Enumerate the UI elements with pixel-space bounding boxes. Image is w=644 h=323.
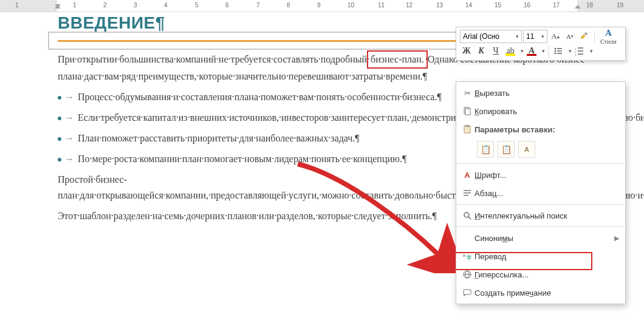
font-family-combo[interactable]: Arial (Осно▾ — [460, 30, 522, 43]
svg-rect-26 — [464, 290, 471, 294]
svg-point-0 — [555, 48, 557, 50]
decrease-font-button[interactable]: A▾ — [563, 30, 577, 43]
bold-button[interactable]: Ж — [460, 44, 473, 58]
font-dialog-icon: A — [460, 171, 474, 180]
bullet-text: По·мере·роста·компании·план·помогает·нов… — [78, 151, 406, 167]
paste-merge-formatting[interactable]: 📋 — [498, 141, 515, 158]
tab-arrow-icon: → — [64, 151, 74, 167]
italic-button[interactable]: К — [474, 44, 488, 58]
ruler-number: 10 — [348, 2, 354, 8]
svg-text:字: 字 — [467, 254, 471, 260]
horizontal-ruler[interactable]: 112345678910111213141516171819 — [0, 0, 644, 12]
chevron-down-icon: ▾ — [541, 33, 544, 39]
ruler-number: 19 — [617, 2, 623, 8]
ruler-number: 8 — [287, 2, 290, 8]
ctx-paragraph[interactable]: Абзац... — [456, 184, 625, 202]
ruler-number: 4 — [164, 2, 168, 8]
svg-point-19 — [464, 212, 469, 217]
clipboard-icon — [460, 124, 474, 134]
bullet-text: План·поможет·расставить·приоритеты·для·н… — [78, 131, 360, 146]
svg-point-4 — [555, 53, 557, 55]
ctx-copy-label: опировать — [479, 107, 517, 116]
increase-font-button[interactable]: A▴ — [549, 30, 562, 43]
ctx-paste-header: Параметры вставки: — [456, 120, 625, 138]
chevron-down-icon[interactable]: ▾ — [590, 48, 593, 54]
svg-rect-3 — [557, 50, 562, 52]
ruler-number: 13 — [436, 2, 443, 8]
ruler-number: 12 — [406, 2, 413, 8]
svg-rect-13 — [465, 109, 470, 115]
bullet-dot-icon — [58, 117, 61, 120]
selected-text[interactable]: бизнес-план. — [367, 50, 428, 69]
comment-icon — [460, 288, 474, 298]
ctx-smart-label: нтеллектуальный поиск — [480, 211, 567, 220]
ctx-hyperlink[interactable]: Гиперссылка... — [456, 265, 625, 284]
ctx-new-comment[interactable]: Создать примечание — [456, 284, 625, 302]
ruler-number: 11 — [378, 2, 385, 8]
numbering-button[interactable]: 123 — [573, 44, 586, 58]
font-color-button[interactable]: A — [525, 44, 538, 58]
svg-text:3: 3 — [575, 53, 577, 56]
ctx-paste-label: Параметры вставки: — [474, 125, 619, 134]
bullets-button[interactable] — [552, 44, 565, 58]
paste-options-row: 📋 📋 A — [456, 138, 625, 162]
ruler-number: 7 — [256, 2, 260, 8]
paste-text-only[interactable]: A — [518, 141, 535, 158]
copy-icon — [460, 106, 474, 116]
ctx-cut[interactable]: ✂ Вырезать — [456, 84, 625, 102]
ctx-synonyms[interactable]: Синонимы ▶ — [456, 229, 625, 247]
left-indent-marker[interactable] — [55, 5, 61, 8]
ruler-number: 15 — [495, 2, 501, 8]
svg-rect-11 — [578, 53, 583, 55]
svg-line-20 — [468, 217, 471, 219]
bullet-dot-icon — [58, 158, 61, 162]
submenu-arrow-icon: ▶ — [614, 234, 619, 242]
font-size-combo[interactable]: 11▾ — [523, 30, 547, 43]
context-menu: ✂ Вырезать Копировать Параметры вставки:… — [456, 81, 626, 304]
font-size-value: 11 — [526, 32, 534, 41]
svg-rect-17 — [464, 192, 471, 194]
ruler-number: 17 — [553, 2, 560, 8]
ctx-translate[interactable]: a字 Перевод — [456, 247, 625, 265]
paragraph-1a: При·открытии·большинства·компаний·не·тре… — [58, 54, 369, 64]
ruler-number: 18 — [586, 2, 593, 8]
ctx-font[interactable]: A Шрифт... — [456, 166, 625, 184]
underline-button[interactable]: Ч — [489, 44, 502, 58]
chevron-down-icon[interactable]: ▾ — [569, 48, 572, 54]
bullet-text: Процесс·обдумывания·и·составления·плана·… — [78, 89, 442, 105]
paste-keep-formatting[interactable]: 📋 — [477, 141, 494, 158]
format-painter-button[interactable] — [578, 30, 591, 43]
svg-rect-9 — [578, 50, 583, 52]
highlight-color-button[interactable]: ab — [504, 44, 517, 58]
ruler-number: 1 — [15, 2, 19, 8]
ruler-number: 9 — [317, 2, 321, 8]
svg-text:a: a — [463, 253, 465, 257]
styles-button[interactable]: A Стили — [598, 30, 619, 43]
chevron-down-icon[interactable]: ▾ — [542, 48, 545, 54]
globe-link-icon — [460, 270, 474, 279]
mini-toolbar: Arial (Осно▾ 11▾ A▴ A▾ A Стили Ж К Ч ab … — [456, 27, 626, 61]
paragraph-dialog-icon — [460, 188, 474, 198]
ctx-translate-label: Перевод — [474, 252, 619, 261]
ruler-number: 2 — [103, 2, 107, 8]
bullet-dot-icon — [58, 137, 61, 141]
tab-arrow-icon: → — [64, 131, 74, 146]
svg-rect-5 — [557, 53, 562, 54]
svg-point-2 — [555, 50, 557, 52]
ctx-font-label: рифт... — [482, 171, 506, 180]
ctx-smart-lookup[interactable]: Интеллектуальный поиск — [456, 206, 625, 225]
translate-icon: a字 — [460, 251, 474, 261]
font-family-value: Arial (Осно — [463, 32, 499, 41]
bullets-icon — [553, 46, 563, 56]
ctx-copy[interactable]: Копировать — [456, 102, 625, 120]
svg-rect-15 — [465, 125, 469, 127]
svg-rect-16 — [464, 190, 471, 191]
ruler-number: 3 — [134, 2, 137, 8]
paintbrush-icon — [580, 32, 589, 41]
right-indent-marker[interactable] — [575, 5, 581, 8]
numbering-icon: 123 — [575, 46, 584, 56]
chevron-down-icon[interactable]: ▾ — [521, 48, 524, 54]
svg-rect-1 — [557, 48, 562, 49]
ruler-number: 14 — [465, 2, 472, 8]
ruler-number: 6 — [225, 2, 229, 8]
